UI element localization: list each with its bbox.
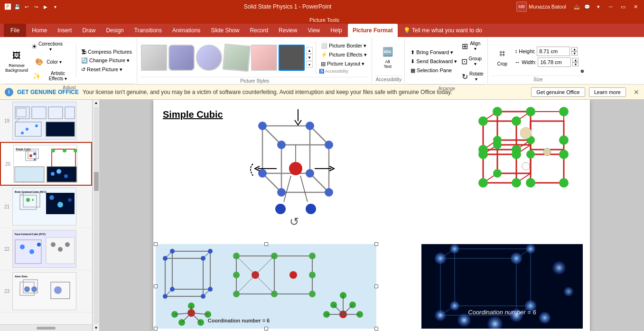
tab-picture-format[interactable]: Picture Format bbox=[348, 24, 398, 37]
accessibility-link[interactable]: ♿ Accessibility bbox=[319, 69, 369, 74]
close-button[interactable]: ✕ bbox=[631, 2, 640, 11]
picture-style-6[interactable] bbox=[279, 45, 305, 71]
alt-text-label: AltText bbox=[383, 59, 392, 69]
crop-label: Crop bbox=[497, 61, 507, 66]
picture-style-1[interactable] bbox=[141, 45, 167, 71]
styles-scroll-down[interactable]: ▼ bbox=[306, 54, 313, 61]
save-button[interactable]: 💾 bbox=[13, 3, 21, 10]
tell-me-input[interactable]: 💡 Tell me what you want to do bbox=[403, 27, 482, 34]
picture-style-4[interactable] bbox=[223, 43, 251, 72]
styles-expand[interactable]: ▾ bbox=[306, 61, 313, 68]
compress-pictures-button[interactable]: 🗜 Compress Pictures bbox=[79, 48, 134, 56]
handle-tc[interactable] bbox=[264, 242, 268, 246]
tab-review[interactable]: Review bbox=[274, 24, 302, 37]
send-backward-button[interactable]: ⬇ Send Backward ▾ bbox=[409, 57, 459, 66]
picture-style-2[interactable] bbox=[168, 45, 195, 71]
change-picture-button[interactable]: 🔄 Change Picture ▾ bbox=[79, 57, 134, 65]
picture-effects-button[interactable]: ⚡ Picture Effects ▾ bbox=[319, 51, 369, 59]
tab-help[interactable]: Help bbox=[326, 24, 347, 37]
tab-home[interactable]: Home bbox=[27, 24, 52, 37]
handle-tl[interactable] bbox=[154, 242, 158, 246]
picture-styles-group-label: Picture Styles bbox=[141, 77, 369, 85]
scroll-thumb[interactable] bbox=[94, 172, 99, 191]
context-tab-picture-tools[interactable]: Picture Tools bbox=[304, 16, 345, 24]
picture-layout-button[interactable]: ▤ Picture Layout ▾ bbox=[319, 60, 369, 68]
height-input[interactable] bbox=[537, 47, 570, 56]
customize-button[interactable]: ▾ bbox=[51, 3, 59, 10]
svg-point-136 bbox=[170, 249, 175, 254]
tab-design[interactable]: Design bbox=[101, 24, 128, 37]
color-button[interactable]: 🎨 Color ▾ bbox=[30, 55, 64, 68]
slide-panel-scrollbar[interactable] bbox=[0, 324, 92, 331]
size-expand-icon[interactable]: ⬢ bbox=[580, 69, 584, 74]
cube-diagram[interactable]: ↺ bbox=[215, 107, 357, 245]
bottom-left-svg: Coordination number = 6 bbox=[156, 244, 376, 329]
handle-bl[interactable] bbox=[154, 327, 158, 331]
tab-draw[interactable]: Draw bbox=[77, 24, 100, 37]
ribbon-display-button[interactable]: ▾ bbox=[594, 2, 603, 11]
height-down[interactable]: ▼ bbox=[571, 51, 578, 56]
picture-style-3[interactable] bbox=[196, 45, 222, 71]
handle-ml[interactable] bbox=[154, 284, 158, 288]
width-down[interactable]: ▼ bbox=[572, 62, 579, 66]
slide-canvas[interactable]: Simple Cubic bbox=[153, 100, 590, 331]
rotate-button[interactable]: ↻ Rotate ▾ bbox=[461, 69, 485, 84]
comments-button[interactable]: 💬 bbox=[583, 3, 591, 10]
handle-mr[interactable] bbox=[374, 284, 378, 288]
svg-line-82 bbox=[300, 176, 308, 202]
picture-style-5[interactable] bbox=[251, 45, 277, 71]
tab-file[interactable]: File bbox=[4, 24, 26, 37]
width-spinner[interactable]: ▲ ▼ bbox=[572, 58, 579, 66]
share-button[interactable]: 📤 bbox=[573, 3, 580, 10]
svg-point-192 bbox=[526, 244, 535, 254]
bottom-right-image[interactable]: Coordination number = 6 bbox=[421, 244, 583, 329]
height-up[interactable]: ▲ bbox=[571, 47, 578, 51]
slide-item-20[interactable]: 20 Simple Cubic bbox=[0, 142, 92, 186]
bring-forward-button[interactable]: ⬆ Bring Forward ▾ bbox=[409, 48, 459, 57]
crystal-svg bbox=[474, 107, 583, 207]
scroll-down-button[interactable]: ▼ bbox=[93, 325, 99, 331]
slide-item-19[interactable]: 19 bbox=[0, 100, 92, 142]
corrections-button[interactable]: ☀ Corrections ▾ bbox=[30, 39, 64, 54]
tab-view[interactable]: View bbox=[303, 24, 325, 37]
remove-background-button[interactable]: 🖼 RemoveBackground bbox=[5, 45, 28, 77]
learn-more-button[interactable]: Learn more bbox=[589, 87, 626, 97]
bottom-left-image-container[interactable]: Coordination number = 6 bbox=[156, 244, 376, 329]
minimize-button[interactable]: ─ bbox=[606, 2, 616, 11]
crop-button[interactable]: ⌗ Crop bbox=[492, 41, 513, 73]
width-input[interactable] bbox=[538, 57, 571, 67]
remove-background-label: RemoveBackground bbox=[5, 63, 28, 73]
slide-item-21[interactable]: 21 Body-Centered Cubic (BCC) bbox=[0, 186, 92, 228]
tab-slideshow[interactable]: Slide Show bbox=[206, 24, 244, 37]
present-button[interactable]: ▶ bbox=[42, 3, 49, 10]
restore-button[interactable]: ▭ bbox=[618, 2, 628, 11]
tab-transitions[interactable]: Transitions bbox=[130, 24, 167, 37]
scroll-up-button[interactable]: ▲ bbox=[93, 100, 99, 106]
picture-border-button[interactable]: ⬜ Picture Border ▾ bbox=[319, 42, 369, 50]
undo-button[interactable]: ↩ bbox=[23, 3, 30, 10]
slide-panel-scrollbar-v[interactable]: ▲ ▼ bbox=[93, 100, 99, 331]
width-up[interactable]: ▲ bbox=[572, 58, 579, 62]
alt-text-button[interactable]: 🔤 AltText bbox=[376, 41, 400, 73]
slide-item-23[interactable]: 23 Atom Sizes bbox=[0, 270, 92, 312]
user-avatar[interactable]: MB bbox=[516, 1, 527, 12]
window-controls: MB Munazza Batool 📤 💬 ▾ ─ ▭ ✕ bbox=[516, 1, 640, 12]
selection-pane-button[interactable]: ▦ Selection Pane bbox=[409, 66, 459, 75]
tab-record[interactable]: Record bbox=[245, 24, 273, 37]
notification-text: Your license isn't genuine, and you may … bbox=[83, 89, 527, 95]
get-genuine-button[interactable]: Get genuine Office bbox=[531, 87, 585, 97]
tab-insert[interactable]: Insert bbox=[53, 24, 76, 37]
slide-item-22[interactable]: 22 Face-Centered Cubic (FCC) bbox=[0, 228, 92, 270]
handle-br[interactable] bbox=[374, 327, 378, 331]
group-button[interactable]: ⊡ Group ▾ bbox=[461, 54, 482, 68]
tab-animations[interactable]: Animations bbox=[168, 24, 205, 37]
artistic-effects-button[interactable]: ✨ Artistic Effects ▾ bbox=[30, 69, 73, 83]
height-spinner[interactable]: ▲ ▼ bbox=[571, 47, 578, 56]
notification-close[interactable]: ✕ bbox=[634, 88, 639, 96]
handle-tr[interactable] bbox=[374, 242, 378, 246]
redo-button[interactable]: ↪ bbox=[32, 3, 40, 10]
styles-scroll-up[interactable]: ▲ bbox=[306, 47, 313, 54]
align-button[interactable]: ⊞ Align ▾ bbox=[461, 39, 482, 53]
reset-picture-button[interactable]: ↺ Reset Picture ▾ bbox=[79, 66, 134, 74]
handle-bc[interactable] bbox=[264, 327, 268, 331]
